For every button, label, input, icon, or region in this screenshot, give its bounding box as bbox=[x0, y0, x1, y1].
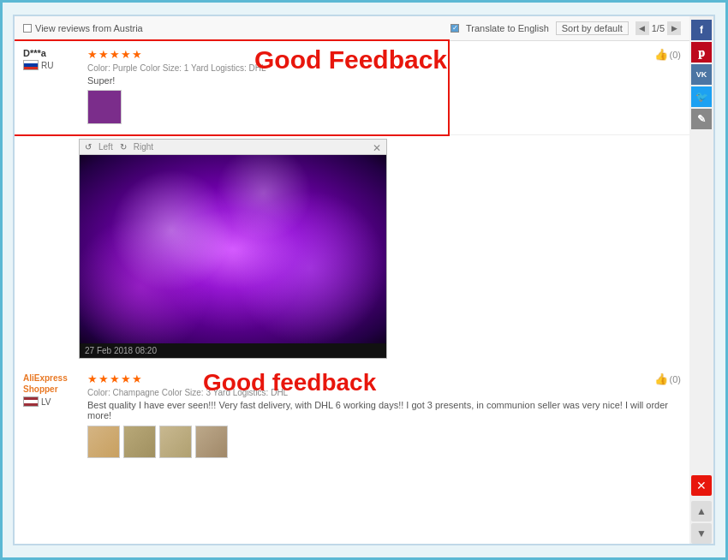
review-2-like-count: (0) bbox=[670, 374, 681, 384]
page-info: 1/5 bbox=[652, 23, 665, 33]
top-bar: View reviews from Austria Translate to E… bbox=[15, 16, 689, 41]
thumbup-icon: 👍 bbox=[654, 48, 668, 61]
rotate-left-icon[interactable]: ↺ bbox=[85, 142, 92, 152]
star-4: ★ bbox=[121, 372, 131, 385]
viewer-close-button[interactable]: ✕ bbox=[373, 142, 381, 154]
review-2-thumb-1[interactable] bbox=[87, 426, 120, 458]
next-page-button[interactable]: ▶ bbox=[667, 21, 681, 35]
edit-button[interactable]: ✎ bbox=[691, 109, 712, 129]
twitter-button[interactable]: 🐦 bbox=[691, 86, 712, 107]
review-1-user-info: D***a RU bbox=[23, 48, 79, 70]
star-3: ★ bbox=[110, 48, 120, 61]
star-5: ★ bbox=[132, 372, 142, 385]
review-2-country: LV bbox=[41, 397, 51, 407]
view-reviews-label: View reviews from Austria bbox=[35, 23, 143, 33]
review-2-thumbnails bbox=[87, 426, 681, 458]
review-1-like[interactable]: 👍 (0) bbox=[654, 48, 681, 61]
main-frame: View reviews from Austria Translate to E… bbox=[13, 15, 715, 545]
thumbup-icon-2: 👍 bbox=[654, 372, 668, 385]
top-bar-left: View reviews from Austria bbox=[23, 23, 143, 33]
review-1-body: ★ ★ ★ ★ ★ Color: Purple Color Size: 1 Ya… bbox=[87, 48, 681, 128]
review-2-body: ★ ★ ★ ★ ★ Color: Champagne Color Size: 3… bbox=[87, 372, 681, 458]
flag-lv-icon bbox=[23, 396, 39, 407]
facebook-button[interactable]: f bbox=[691, 20, 712, 40]
view-reviews-checkbox[interactable] bbox=[23, 24, 32, 33]
vk-button[interactable]: VK bbox=[691, 64, 712, 85]
star-4: ★ bbox=[121, 48, 131, 61]
review-2-user-info: AliExpress Shopper LV bbox=[23, 372, 79, 407]
review-2-flag: LV bbox=[23, 396, 79, 407]
prev-page-button[interactable]: ◀ bbox=[636, 21, 649, 35]
review-2-username: AliExpress Shopper bbox=[23, 372, 79, 395]
flag-ru-icon bbox=[23, 60, 39, 70]
viewer-main-image bbox=[80, 155, 386, 343]
review-2-thumb-4[interactable] bbox=[195, 426, 228, 458]
review-2-thumb-3[interactable] bbox=[159, 426, 192, 458]
viewer-toolbar: ↺ Left ↻ Right ✕ bbox=[80, 140, 386, 155]
review-1-text: Super! bbox=[87, 75, 681, 86]
star-2: ★ bbox=[98, 372, 109, 385]
review-2-thumb-2[interactable] bbox=[123, 426, 156, 458]
review-1-stars: ★ ★ ★ ★ ★ bbox=[87, 48, 681, 61]
star-5: ★ bbox=[132, 48, 142, 61]
translate-label: Translate to English bbox=[466, 23, 549, 33]
review-1-photo-thumb[interactable] bbox=[87, 90, 122, 124]
review-1-flag: RU bbox=[23, 60, 79, 70]
review-2-like[interactable]: 👍 (0) bbox=[654, 372, 681, 385]
review-2-text: Best quality I have ever seen!!! Very fa… bbox=[87, 400, 681, 420]
pinterest-button[interactable]: 𝐩 bbox=[691, 42, 712, 63]
review-2-stars: ★ ★ ★ ★ ★ bbox=[87, 372, 681, 385]
rotate-right-icon[interactable]: ↻ bbox=[120, 142, 127, 152]
viewer-timestamp: 27 Feb 2018 08:20 bbox=[80, 343, 386, 358]
page-navigation: ◀ 1/5 ▶ bbox=[636, 21, 681, 35]
review-2: AliExpress Shopper LV ★ ★ ★ ★ ★ Color: C… bbox=[15, 366, 689, 465]
top-bar-right: Translate to English Sort by default ◀ 1… bbox=[451, 21, 681, 35]
review-1: D***a RU ★ ★ ★ ★ ★ C bbox=[15, 41, 689, 135]
review-1-like-count: (0) bbox=[670, 50, 681, 60]
scroll-up-button[interactable]: ▲ bbox=[691, 501, 712, 521]
star-1: ★ bbox=[87, 372, 98, 385]
star-1: ★ bbox=[87, 48, 98, 61]
sidebar-close-button[interactable]: ✕ bbox=[691, 475, 712, 496]
reviews-content: View reviews from Austria Translate to E… bbox=[15, 16, 689, 544]
social-sidebar: f 𝐩 VK 🐦 ✎ ✕ ▲ ▼ bbox=[689, 16, 713, 544]
right-label: Right bbox=[134, 142, 153, 152]
sort-button[interactable]: Sort by default bbox=[556, 21, 629, 35]
review-1-header: D***a RU ★ ★ ★ ★ ★ C bbox=[23, 48, 681, 128]
review-1-meta: Color: Purple Color Size: 1 Yard Logisti… bbox=[87, 63, 681, 73]
translate-checkbox[interactable] bbox=[451, 24, 459, 33]
star-3: ★ bbox=[110, 372, 120, 385]
image-viewer: ↺ Left ↻ Right ✕ 27 Feb 2018 08:20 bbox=[79, 139, 387, 359]
star-2: ★ bbox=[98, 48, 109, 61]
review-1-country: RU bbox=[41, 61, 53, 70]
review-2-meta: Color: Champagne Color Size: 3 Yard Logi… bbox=[87, 388, 681, 397]
scroll-down-button[interactable]: ▼ bbox=[691, 523, 712, 544]
left-label: Left bbox=[98, 142, 113, 152]
review-1-username: D***a bbox=[23, 48, 79, 58]
review-2-header: AliExpress Shopper LV ★ ★ ★ ★ ★ Color: C… bbox=[23, 372, 681, 458]
